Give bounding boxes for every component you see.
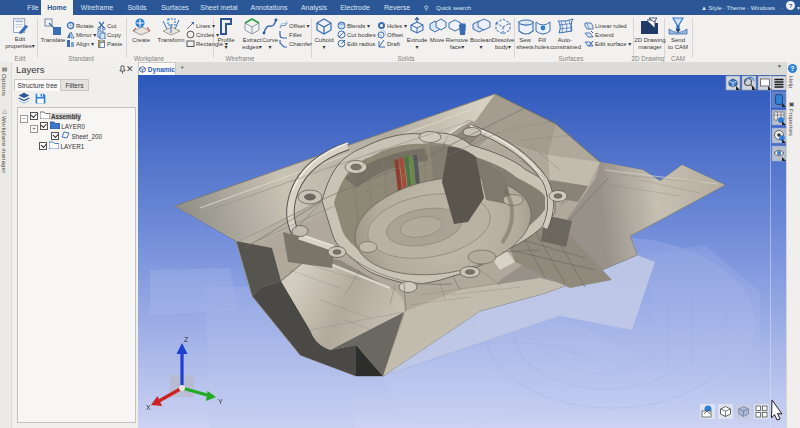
svg-text:Z: Z bbox=[184, 336, 189, 343]
svg-text:Y: Y bbox=[218, 398, 223, 405]
svg-text:X: X bbox=[146, 404, 151, 411]
